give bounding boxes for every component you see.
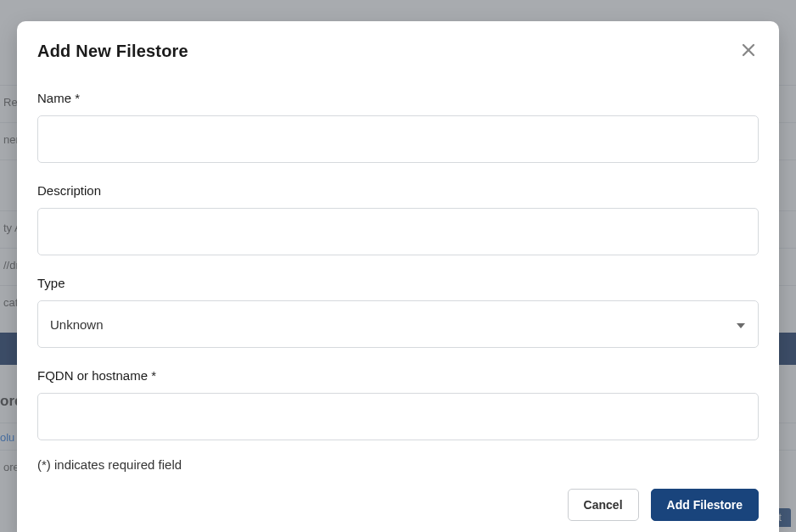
name-label: Name * (37, 91, 759, 105)
add-filestore-modal: Add New Filestore Name * Description Typ… (17, 21, 779, 532)
type-select[interactable]: Unknown (37, 300, 759, 348)
fqdn-label: FQDN or hostname * (37, 368, 759, 383)
required-note: (*) indicates required field (37, 457, 759, 472)
type-label: Type (37, 276, 759, 290)
description-label: Description (37, 183, 759, 198)
modal-title: Add New Filestore (37, 42, 188, 61)
add-filestore-button[interactable]: Add Filestore (651, 489, 759, 521)
close-button[interactable] (738, 42, 759, 62)
cancel-button[interactable]: Cancel (568, 489, 639, 521)
description-input[interactable] (37, 208, 759, 255)
close-icon (742, 43, 755, 60)
fqdn-input[interactable] (37, 393, 759, 440)
name-input[interactable] (37, 115, 759, 163)
